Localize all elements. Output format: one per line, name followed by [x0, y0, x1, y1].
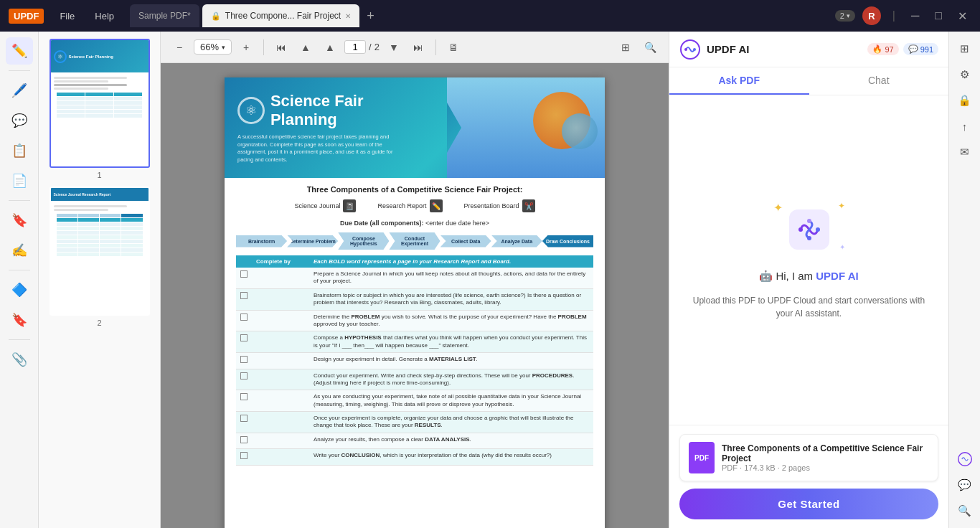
close-button[interactable]: ✕ — [953, 8, 971, 24]
protect-button[interactable]: 🔒 — [953, 89, 976, 112]
new-tab-button[interactable]: + — [362, 7, 379, 25]
thumb-label-1: 1 — [97, 171, 101, 179]
tab-three-components[interactable]: 🔒 Three Compone... Fair Project ✕ — [202, 4, 359, 27]
col-header-check — [236, 255, 252, 268]
chevron-down-icon[interactable]: ▾ — [847, 12, 850, 19]
ai-file-info: Three Components of a Competitive Scienc… — [722, 443, 929, 472]
thumb-line — [54, 84, 127, 86]
bookmark-button[interactable]: 🔖 — [6, 306, 33, 334]
ai-panel-header: UPDF AI 🔥 97 💬 991 — [669, 32, 948, 67]
tab-sample-label: Sample PDF* — [138, 11, 191, 21]
next-page-up-button[interactable]: ▲ — [320, 37, 340, 57]
table-row-task: As you are conducting your experiment, t… — [309, 390, 593, 412]
pdf-workflow: Brainstorm Determine Problem Compose Hyp… — [236, 232, 593, 250]
zoom-dropdown-icon[interactable]: ▾ — [222, 44, 225, 51]
due-date-value: <enter due date here> — [425, 220, 489, 227]
step-analyze: Analyze Data — [491, 235, 542, 248]
page-input[interactable] — [344, 40, 366, 54]
due-date-label: Due Date (all components): — [340, 220, 424, 227]
email-button[interactable]: ✉ — [953, 141, 976, 164]
next-page-button[interactable]: ▼ — [384, 37, 404, 57]
ai-assistant-button[interactable] — [953, 448, 976, 471]
divider-3 — [9, 270, 30, 270]
thumbnail-page-2[interactable]: Science Journal Research Report — [44, 187, 154, 327]
viewer-toolbar: − 66% ▾ + ⏮ ▲ ▲ / 2 ▼ ⏭ 🖥 ⊞ 🔍 — [161, 32, 669, 63]
pdf-header-image — [447, 77, 605, 178]
signature-tool-button[interactable]: ✍️ — [6, 237, 33, 264]
user-avatar[interactable]: R — [862, 6, 881, 25]
main-area: ✏️ 🖊️ 💬 📋 📄 🔖 ✍️ 🔷 🔖 📎 ⚛ Science Fair Pl… — [0, 32, 980, 528]
table-row-check[interactable] — [236, 369, 252, 390]
search-right-button[interactable]: 🔍 — [953, 499, 976, 522]
step-brainstorm: Brainstorm — [236, 235, 287, 248]
tab-sample[interactable]: Sample PDF* — [130, 4, 199, 27]
attachment-button[interactable]: 📎 — [6, 346, 33, 373]
file-name: Three Components of a Competitive Scienc… — [722, 443, 929, 463]
zoom-control[interactable]: 66% ▾ — [194, 39, 232, 55]
pdf-main-title: Science Fair Planning — [270, 92, 434, 129]
last-page-button[interactable]: ⏭ — [408, 37, 428, 57]
table-row-check[interactable] — [236, 449, 252, 465]
pdf-subtitle: A successful competitive science fair pr… — [237, 133, 395, 164]
thumb-line — [54, 80, 109, 82]
ai-file-card: PDF Three Components of a Competitive Sc… — [679, 434, 938, 481]
table-row-date — [252, 353, 309, 369]
share-button[interactable]: ↑ — [953, 115, 976, 138]
table-row-task: Compose a HYPOTHESIS that clarifies what… — [309, 331, 593, 353]
thumbnail-page-1[interactable]: ⚛ Science Fair Planning — [44, 39, 154, 179]
menu-help[interactable]: Help — [90, 8, 118, 24]
thumb-title-1: Science Fair Planning — [69, 55, 113, 59]
table-row-task: Analyze your results, then compose a cle… — [309, 433, 593, 448]
right-toolbar: ⊞ ⚙ 🔒 ↑ ✉ 💬 🔍 — [948, 32, 980, 528]
batch-button[interactable]: ⚙ — [953, 63, 976, 86]
tab-chat[interactable]: Chat — [809, 67, 949, 95]
tab-ask-pdf[interactable]: Ask PDF — [669, 67, 809, 95]
thumb-table — [57, 93, 143, 118]
table-row-check[interactable] — [236, 353, 252, 369]
svg-point-4 — [798, 227, 803, 232]
get-started-button[interactable]: Get Started — [679, 489, 938, 519]
comment-tool-button[interactable]: 💬 — [6, 107, 33, 134]
table-row-check[interactable] — [236, 310, 252, 331]
prev-page-button[interactable]: ▲ — [296, 37, 316, 57]
table-row-check[interactable] — [236, 288, 252, 310]
chat-button[interactable]: 💬 — [953, 473, 976, 496]
table-row-date — [252, 433, 309, 448]
form-tool-button[interactable]: 📋 — [6, 137, 33, 164]
app-logo[interactable]: UPDF — [9, 9, 44, 24]
ocr-button[interactable]: ⊞ — [953, 37, 976, 60]
table-row-check[interactable] — [236, 412, 252, 433]
text-tool-button[interactable]: ⊞ — [616, 37, 636, 57]
layers-button[interactable]: 🔷 — [6, 276, 33, 303]
tab-close-icon[interactable]: ✕ — [345, 12, 351, 20]
table-row-task: Once your experiment is complete, organi… — [309, 412, 593, 433]
tab-active-label: Three Compone... Fair Project — [225, 11, 341, 21]
presentation-button[interactable]: 🖥 — [443, 37, 463, 57]
divider-4 — [9, 339, 30, 340]
table-row-date — [252, 390, 309, 412]
minimize-button[interactable]: ─ — [907, 8, 923, 24]
zoom-in-button[interactable]: + — [236, 37, 256, 57]
table-row-check[interactable] — [236, 390, 252, 412]
maximize-button[interactable]: □ — [930, 8, 946, 24]
first-page-button[interactable]: ⏮ — [271, 37, 291, 57]
count-icon-1: 🔥 — [872, 44, 882, 54]
organize-tool-button[interactable]: 📄 — [6, 167, 33, 194]
total-pages: 2 — [374, 42, 380, 52]
updf-brand-label: UPDF AI — [816, 270, 858, 282]
count-1: 97 — [885, 45, 893, 54]
report-icon: ✏️ — [430, 199, 443, 212]
edit-tool-button[interactable]: ✏️ — [6, 37, 33, 65]
page-count-badge: 2 ▾ — [835, 10, 855, 22]
zoom-out-button[interactable]: − — [169, 37, 189, 57]
table-row-check[interactable] — [236, 268, 252, 288]
stamp-tool-button[interactable]: 🔖 — [6, 207, 33, 234]
search-button[interactable]: 🔍 — [640, 37, 660, 57]
highlight-tool-button[interactable]: 🖊️ — [6, 77, 33, 104]
table-row-check[interactable] — [236, 331, 252, 353]
table-row-check[interactable] — [236, 433, 252, 448]
svg-point-5 — [816, 227, 820, 232]
greeting-icon: 🤖 — [759, 270, 776, 282]
svg-point-2 — [693, 48, 696, 51]
menu-file[interactable]: File — [55, 8, 79, 24]
